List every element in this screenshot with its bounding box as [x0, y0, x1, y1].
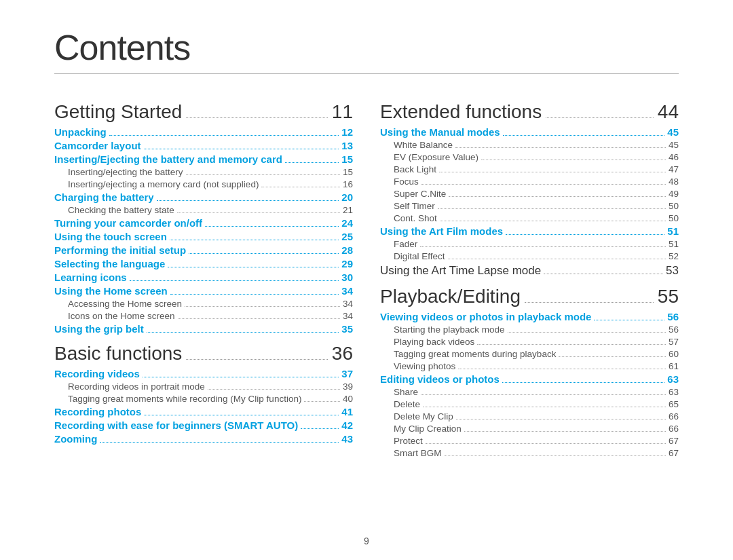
- dot-leader: [170, 240, 339, 240]
- dot-leader: [178, 318, 340, 319]
- toc-label: Using the Art Film modes: [380, 225, 503, 237]
- toc-entry: Inserting/ejecting the battery15: [54, 167, 353, 177]
- toc-entry: Basic functions36: [54, 343, 353, 365]
- toc-page-num: 34: [343, 311, 353, 321]
- toc-entry: Self Timer50: [380, 201, 679, 211]
- dot-leader: [503, 135, 665, 136]
- toc-label: Accessing the Home screen: [68, 299, 182, 309]
- dot-leader: [157, 200, 339, 201]
- dot-leader: [502, 382, 664, 383]
- toc-entry: Viewing videos or photos in playback mod…: [380, 311, 679, 322]
- toc-label: Inserting/ejecting the battery: [68, 167, 183, 177]
- toc-entry: Learning icons30: [54, 272, 353, 283]
- toc-label: Recording with ease for beginners (SMART…: [54, 419, 298, 431]
- toc-page-num: 15: [343, 167, 353, 177]
- toc-page-num: 12: [341, 126, 353, 138]
- dot-leader: [506, 234, 664, 235]
- dot-leader: [508, 332, 666, 333]
- toc-entry: Digital Effect52: [380, 251, 679, 261]
- toc-label: Super C.Nite: [394, 189, 446, 199]
- toc-label: White Balance: [394, 140, 453, 150]
- toc-label: Share: [394, 387, 418, 397]
- toc-page-num: 35: [341, 323, 353, 335]
- toc-page-num: 30: [341, 272, 353, 283]
- toc-entry: Using the grip belt35: [54, 323, 353, 335]
- toc-page-num: 45: [667, 126, 679, 138]
- toc-page-num: 41: [341, 406, 353, 417]
- toc-label: Digital Effect: [394, 251, 445, 261]
- toc-page-num: 43: [341, 433, 353, 445]
- toc-label: Tagging great moments during playback: [394, 349, 556, 359]
- toc-entry: Tagging great moments during playback60: [380, 349, 679, 359]
- dot-leader: [426, 443, 666, 444]
- toc-entry: Camcorder layout13: [54, 140, 353, 151]
- toc-label: Icons on the Home screen: [68, 311, 175, 321]
- toc-page-num: 34: [343, 299, 353, 309]
- page-title: Contents: [54, 27, 679, 68]
- toc-entry: Using the Manual modes45: [380, 126, 679, 138]
- dot-leader: [168, 267, 339, 267]
- left-column: Getting Started11Unpacking12Camcorder la…: [54, 93, 353, 460]
- dot-leader: [186, 117, 328, 118]
- toc-entry: Using the Art Film modes51: [380, 225, 679, 237]
- toc-label: Fader: [394, 239, 417, 249]
- dot-leader: [261, 187, 340, 187]
- toc-label: Focus: [394, 176, 419, 187]
- dot-leader: [456, 419, 666, 419]
- toc-page-num: 52: [669, 251, 679, 261]
- toc-label: Delete My Clip: [394, 411, 453, 422]
- toc-entry: Delete65: [380, 399, 679, 409]
- toc-page-num: 34: [341, 285, 353, 297]
- dot-leader: [440, 221, 666, 221]
- dot-leader: [421, 184, 666, 185]
- toc-label: Using the Home screen: [54, 285, 168, 297]
- toc-label: Getting Started: [54, 101, 182, 123]
- toc-label: My Clip Creation: [394, 424, 462, 434]
- dot-leader: [423, 407, 666, 407]
- toc-label: Starting the playback mode: [394, 324, 505, 335]
- toc-label: Playing back videos: [394, 337, 474, 347]
- dot-leader: [525, 302, 654, 303]
- toc-page-num: 56: [669, 324, 679, 335]
- dot-leader: [186, 174, 340, 175]
- toc-page-num: 66: [669, 424, 679, 434]
- toc-entry: Extended functions44: [380, 101, 679, 123]
- toc-entry: Fader51: [380, 239, 679, 249]
- toc-entry: Cont. Shot50: [380, 213, 679, 223]
- dot-leader: [130, 280, 339, 281]
- toc-entry: Tagging great moments while recording (M…: [54, 394, 353, 404]
- dot-leader: [464, 431, 666, 432]
- toc-page-num: 28: [341, 244, 353, 256]
- dot-leader: [185, 306, 340, 307]
- right-column: Extended functions44Using the Manual mod…: [380, 93, 679, 460]
- toc-entry: Playing back videos57: [380, 337, 679, 347]
- toc-page-num: 46: [669, 152, 679, 162]
- toc-label: Using the grip belt: [54, 323, 144, 335]
- toc-entry: Checking the battery state21: [54, 205, 353, 215]
- toc-page-num: 67: [669, 436, 679, 446]
- toc-entry: Unpacking12: [54, 126, 353, 138]
- title-divider: [54, 73, 679, 74]
- toc-page-num: 60: [669, 349, 679, 359]
- dot-leader: [205, 226, 339, 227]
- toc-entry: Using the Art Time Lapse mode53: [380, 264, 679, 278]
- toc-label: Using the Manual modes: [380, 126, 500, 138]
- toc-entry: Getting Started11: [54, 101, 353, 123]
- toc-entry: Recording with ease for beginners (SMART…: [54, 419, 353, 431]
- toc-label: Viewing photos: [394, 361, 455, 371]
- toc-label: Smart BGM: [394, 448, 442, 458]
- toc-entry: Focus48: [380, 176, 679, 187]
- toc-entry: EV (Exposure Value)46: [380, 152, 679, 162]
- toc-entry: Playback/Editing55: [380, 286, 679, 307]
- dot-leader: [544, 274, 663, 274]
- toc-entry: Delete My Clip66: [380, 411, 679, 422]
- page: Contents Getting Started11Unpacking12Cam…: [0, 0, 733, 487]
- toc-page-num: 20: [341, 191, 353, 203]
- toc-label: Unpacking: [54, 126, 107, 138]
- toc-label: Inserting/Ejecting the battery and memor…: [54, 153, 282, 165]
- toc-page-num: 11: [332, 101, 353, 123]
- toc-label: Inserting/ejecting a memory card (not su…: [68, 179, 259, 189]
- dot-leader: [477, 344, 666, 345]
- toc-entry: Selecting the language29: [54, 258, 353, 269]
- page-number: 9: [364, 536, 369, 546]
